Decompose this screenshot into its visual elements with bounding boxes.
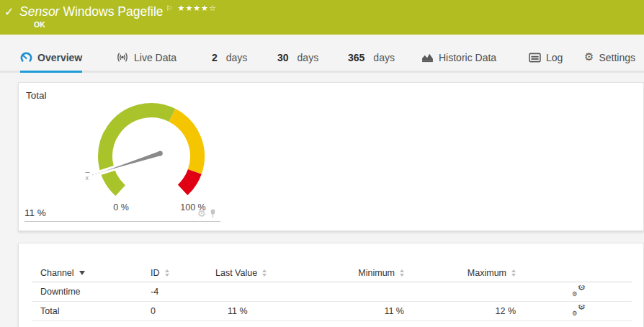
area-chart-icon (421, 52, 434, 63)
sensor-name: Windows Pagefile (63, 4, 163, 19)
channel-table-panel: Channel ID Last Value Minimum (18, 243, 644, 327)
cell-id: 0 (151, 306, 215, 316)
gauge-settings-gear-icon[interactable]: ⚙ (197, 209, 206, 218)
sort-updown-icon (165, 269, 169, 277)
cell-minimum: 11 % (295, 306, 404, 316)
gauge-panel: Total x 0 % 100 % 11 % ⚙ (18, 82, 644, 231)
star-empty[interactable]: ☆ (209, 4, 217, 13)
tab-365-days-unit: days (373, 52, 395, 63)
gear-small: ⚙ (572, 291, 578, 297)
tab-live-data-label: Live Data (134, 52, 176, 63)
table-row-total: Total 0 11 % 11 % 12 % ⚙ ⚙ (32, 302, 632, 321)
gauge-scale-min-label: 0 % (104, 202, 138, 212)
column-header-channel[interactable]: Channel (40, 268, 85, 278)
sensor-status-bar: ✓ SensorWindows Pagefile⚐★★★★☆ OK (0, 0, 644, 35)
table-row-downtime: Downtime -4 ⚙ ⚙ (32, 282, 632, 302)
status-badge: OK (34, 20, 45, 29)
log-list-icon (529, 53, 541, 63)
column-header-maximum[interactable]: Maximum (404, 268, 516, 278)
gauge-toolbar: ⚙ (197, 209, 217, 218)
tab-overview[interactable]: Overview (20, 42, 82, 73)
tab-log[interactable]: Log (529, 42, 563, 73)
priority-stars[interactable]: ★★★★☆ (178, 4, 217, 13)
gauge-pin-icon[interactable] (209, 209, 217, 218)
channel-settings-gears-icon[interactable]: ⚙ ⚙ (572, 305, 586, 316)
sort-desc-icon (79, 271, 85, 275)
column-header-last-value-label: Last Value (215, 268, 257, 278)
tab-365-days[interactable]: 365 days (348, 42, 395, 73)
total-gauge-chart: x (19, 91, 228, 201)
column-header-minimum-label: Minimum (358, 268, 395, 278)
gauge-footer-divider (24, 221, 220, 222)
cell-id: -4 (151, 287, 215, 297)
column-header-maximum-label: Maximum (468, 268, 506, 278)
sensor-kind-label: Sensor (19, 4, 59, 19)
tab-2-days[interactable]: 2 days (212, 42, 247, 73)
column-header-last-value[interactable]: Last Value (215, 268, 267, 278)
tab-365-days-number: 365 (348, 52, 365, 63)
tab-30-days-unit: days (298, 52, 319, 63)
tab-historic-data[interactable]: Historic Data (421, 42, 496, 73)
tab-30-days-number: 30 (277, 52, 289, 63)
sort-updown-icon (511, 269, 516, 277)
cell-channel: Total (32, 306, 151, 316)
sensor-title: SensorWindows Pagefile⚐★★★★☆ (19, 4, 217, 19)
column-header-channel-label: Channel (40, 268, 74, 278)
column-header-id[interactable]: ID (151, 268, 169, 278)
tab-log-label: Log (546, 52, 563, 63)
broadcast-icon (116, 53, 129, 62)
tab-settings[interactable]: ⚙ Settings (584, 42, 635, 73)
channel-table: Channel ID Last Value Minimum (32, 264, 632, 321)
tab-historic-data-label: Historic Data (439, 52, 496, 63)
gauge-current-value: 11 % (24, 207, 46, 218)
cell-channel: Downtime (32, 287, 151, 297)
gear-big: ⚙ (578, 285, 586, 292)
tab-live-data[interactable]: Live Data (116, 42, 176, 73)
cell-maximum: 12 % (404, 306, 516, 316)
gear-big: ⚙ (578, 305, 586, 312)
gauge-icon (20, 51, 32, 63)
tab-2-days-unit: days (226, 52, 248, 63)
stars-filled[interactable]: ★★★★ (178, 4, 209, 13)
status-ok-check-icon: ✓ (4, 5, 14, 19)
channel-settings-gears-icon[interactable]: ⚙ ⚙ (572, 285, 586, 297)
priority-flag-icon[interactable]: ⚐ (166, 4, 173, 12)
table-header-row: Channel ID Last Value Minimum (32, 264, 632, 282)
tab-overview-label: Overview (37, 52, 82, 63)
settings-gear-icon: ⚙ (584, 52, 594, 63)
column-header-minimum[interactable]: Minimum (295, 268, 404, 278)
column-header-id-label: ID (151, 268, 160, 278)
sort-updown-icon (262, 269, 267, 277)
cell-last-value: 11 % (215, 306, 295, 316)
svg-text:x: x (86, 174, 89, 182)
tab-30-days[interactable]: 30 days (277, 42, 318, 73)
tab-settings-label: Settings (599, 52, 635, 63)
tab-2-days-number: 2 (212, 52, 218, 63)
gear-small: ⚙ (572, 310, 578, 317)
tab-bar: Overview Live Data 2 days 30 days 365 da… (0, 42, 644, 73)
